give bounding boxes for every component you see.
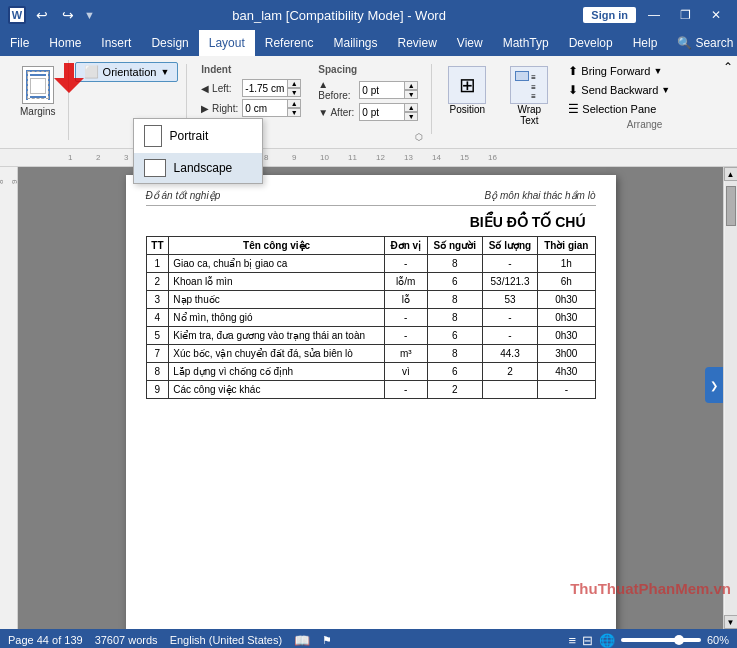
indent-right-value[interactable]: [245, 103, 287, 114]
spacing-label: Spacing: [318, 64, 417, 75]
ruler-mark-1: 1: [68, 153, 96, 162]
row4-qty: -: [482, 309, 537, 327]
bring-forward-row: ⬆ Bring Forward ▼: [564, 62, 725, 80]
row9-people: 2: [427, 381, 482, 399]
table-row: 1 Giao ca, chuẩn bị giao ca - 8 - 1h: [146, 255, 595, 273]
indent-left-input[interactable]: ▲ ▼: [242, 79, 300, 97]
col-header-people: Số người: [427, 237, 482, 255]
view-web-icon[interactable]: 🌐: [599, 633, 615, 648]
document-page: Đồ án tốt nghiệp Bộ môn khai thác hầm lò…: [126, 175, 616, 629]
scroll-track[interactable]: [725, 181, 737, 615]
indent-left-value[interactable]: [245, 83, 287, 94]
spacing-before-spinners[interactable]: ▲ ▼: [404, 81, 418, 99]
indent-label: Indent: [201, 64, 300, 75]
spacing-before-input[interactable]: ▲ ▼: [359, 81, 417, 99]
orientation-button[interactable]: ⬜ Orientation ▼: [75, 62, 179, 82]
row3-name: Nạp thuốc: [169, 291, 385, 309]
scroll-up-button[interactable]: ▲: [724, 167, 738, 181]
undo-button[interactable]: ↩: [32, 5, 52, 25]
close-button[interactable]: ✕: [703, 6, 729, 24]
row2-time: 6h: [538, 273, 595, 291]
menu-developer[interactable]: Develop: [559, 30, 623, 56]
bring-forward-chevron[interactable]: ▼: [653, 66, 662, 76]
indent-left-spinners[interactable]: ▲ ▼: [287, 79, 301, 97]
zoom-level: 60%: [707, 634, 729, 646]
page-wrapper: Đồ án tốt nghiệp Bộ môn khai thác hầm lò…: [18, 167, 723, 629]
row1-time: 1h: [538, 255, 595, 273]
ruler-mark-15: 15: [460, 153, 488, 162]
spacing-after-value[interactable]: [362, 107, 404, 118]
selection-pane-row: ☰ Selection Pane: [564, 100, 725, 118]
menu-references[interactable]: Referenc: [255, 30, 324, 56]
menu-file[interactable]: File: [0, 30, 39, 56]
selection-pane-button[interactable]: ☰ Selection Pane: [564, 100, 660, 118]
indent-left-up[interactable]: ▲: [287, 79, 301, 88]
bring-forward-button[interactable]: ⬆ Bring Forward ▼: [564, 62, 666, 80]
language-indicator: English (United States): [170, 634, 283, 646]
quick-access-more[interactable]: ▼: [84, 9, 95, 21]
spacing-after-row: ▼ After: ▲ ▼: [318, 103, 417, 121]
menu-search[interactable]: 🔍 Search: [667, 30, 737, 56]
position-button[interactable]: ⊞ Position: [440, 62, 494, 119]
menu-insert[interactable]: Insert: [91, 30, 141, 56]
spacing-after-input[interactable]: ▲ ▼: [359, 103, 417, 121]
indent-right-spinners[interactable]: ▲ ▼: [287, 99, 301, 117]
table-row: 3 Nạp thuốc lỗ 8 53 0h30: [146, 291, 595, 309]
row2-qty: 53/121.3: [482, 273, 537, 291]
redo-button[interactable]: ↪: [58, 5, 78, 25]
orientation-label: Orientation: [103, 66, 157, 78]
row7-time: 3h00: [538, 345, 595, 363]
indent-right-input[interactable]: ▲ ▼: [242, 99, 300, 117]
scroll-thumb[interactable]: [726, 186, 736, 226]
send-backward-button[interactable]: ⬇ Send Backward ▼: [564, 81, 674, 99]
row4-tt: 4: [146, 309, 169, 327]
menu-review[interactable]: Review: [387, 30, 446, 56]
wrap-text-button[interactable]: ≡≡≡ WrapText: [502, 62, 556, 130]
menu-layout[interactable]: Layout: [199, 30, 255, 56]
zoom-slider[interactable]: [621, 638, 701, 642]
indent-right-up[interactable]: ▲: [287, 99, 301, 108]
spacing-after-up[interactable]: ▲: [404, 103, 418, 112]
vertical-scrollbar[interactable]: ▲ ▼: [723, 167, 737, 629]
send-backward-chevron[interactable]: ▼: [661, 85, 670, 95]
spacing-before-up[interactable]: ▲: [404, 81, 418, 90]
col-header-qty: Số lượng: [482, 237, 537, 255]
menu-mailings[interactable]: Mailings: [323, 30, 387, 56]
menu-mathtype[interactable]: MathTyp: [493, 30, 559, 56]
row3-tt: 3: [146, 291, 169, 309]
spacing-before-value[interactable]: [362, 85, 404, 96]
row2-name: Khoan lỗ mìn: [169, 273, 385, 291]
document-title: ban_lam [Compatibility Mode] - Word: [232, 8, 446, 23]
ribbon-expand-button[interactable]: ⌃: [723, 60, 733, 74]
menu-home[interactable]: Home: [39, 30, 91, 56]
page-header-right: Bộ môn khai thác hầm lò: [485, 190, 596, 201]
row8-qty: 2: [482, 363, 537, 381]
view-layout-icon[interactable]: ⊟: [582, 633, 593, 648]
side-tab[interactable]: ❯: [705, 367, 723, 403]
arrange-label: Arrange: [564, 119, 725, 130]
spacing-after-spinners[interactable]: ▲ ▼: [404, 103, 418, 121]
spacing-before-down[interactable]: ▼: [404, 90, 418, 99]
signin-button[interactable]: Sign in: [583, 7, 636, 23]
restore-button[interactable]: ❐: [672, 6, 699, 24]
send-backward-row: ⬇ Send Backward ▼: [564, 81, 725, 99]
menu-help[interactable]: Help: [623, 30, 668, 56]
zoom-thumb[interactable]: [674, 635, 684, 645]
wrap-text-section: ≡≡≡ WrapText: [500, 60, 558, 132]
selection-pane-label: Selection Pane: [582, 103, 656, 115]
track-changes-icon[interactable]: ⚑: [322, 634, 332, 647]
indent-right-down[interactable]: ▼: [287, 108, 301, 117]
send-backward-icon: ⬇: [568, 83, 578, 97]
spelling-icon[interactable]: 📖: [294, 633, 310, 648]
landscape-option[interactable]: Landscape: [134, 153, 262, 183]
minimize-button[interactable]: —: [640, 6, 668, 24]
spacing-after-down[interactable]: ▼: [404, 112, 418, 121]
paragraph-expand[interactable]: ⬡: [415, 132, 423, 142]
view-normal-icon[interactable]: ≡: [568, 633, 576, 648]
portrait-option[interactable]: Portrait: [134, 119, 262, 153]
menu-view[interactable]: View: [447, 30, 493, 56]
menu-design[interactable]: Design: [141, 30, 198, 56]
indent-left-down[interactable]: ▼: [287, 88, 301, 97]
scroll-down-button[interactable]: ▼: [724, 615, 738, 629]
ruler-marks: 1 2 3 4 5 6 7 8 9 10 11 12 13 14 15 16: [58, 153, 516, 162]
